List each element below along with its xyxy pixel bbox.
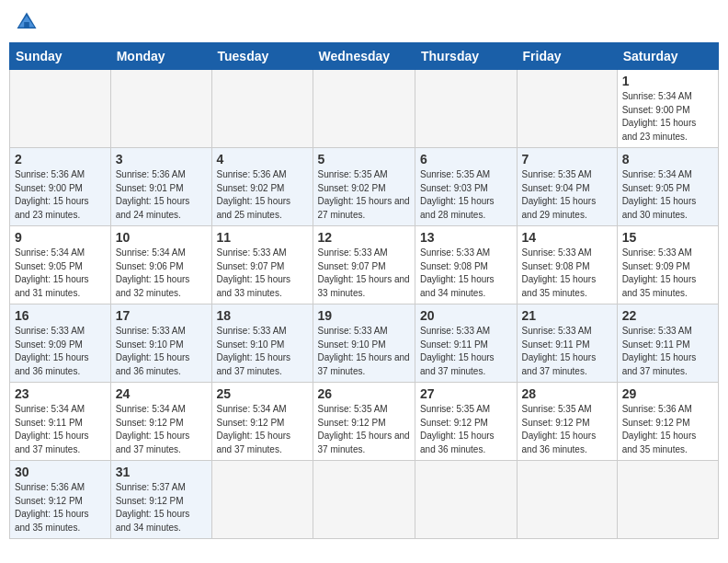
- calendar-cell: 20Sunrise: 5:33 AMSunset: 9:11 PMDayligh…: [415, 304, 518, 383]
- day-info: Sunrise: 5:36 AMSunset: 9:01 PMDaylight:…: [116, 168, 207, 222]
- day-number: 19: [318, 308, 410, 323]
- day-info: Sunrise: 5:33 AMSunset: 9:10 PMDaylight:…: [318, 325, 410, 378]
- calendar-header-monday: Monday: [110, 43, 211, 70]
- day-info: Sunrise: 5:33 AMSunset: 9:08 PMDaylight:…: [420, 247, 512, 300]
- day-info: Sunrise: 5:35 AMSunset: 9:03 PMDaylight:…: [420, 168, 512, 222]
- calendar-cell: [415, 70, 518, 148]
- day-number: 23: [15, 386, 106, 401]
- day-info: Sunrise: 5:35 AMSunset: 9:12 PMDaylight:…: [522, 403, 612, 456]
- calendar-cell: [110, 70, 211, 148]
- calendar-cell: 30Sunrise: 5:36 AMSunset: 9:12 PMDayligh…: [10, 461, 111, 539]
- day-number: 3: [116, 152, 207, 167]
- calendar-week-6: 30Sunrise: 5:36 AMSunset: 9:12 PMDayligh…: [10, 461, 719, 539]
- calendar-cell: [517, 70, 617, 148]
- day-number: 5: [318, 152, 410, 167]
- calendar-cell: 23Sunrise: 5:34 AMSunset: 9:11 PMDayligh…: [10, 383, 111, 461]
- calendar-cell: 19Sunrise: 5:33 AMSunset: 9:10 PMDayligh…: [313, 304, 415, 383]
- calendar-cell: 11Sunrise: 5:33 AMSunset: 9:07 PMDayligh…: [211, 226, 313, 304]
- calendar-cell: 8Sunrise: 5:34 AMSunset: 9:05 PMDaylight…: [617, 148, 718, 226]
- day-info: Sunrise: 5:35 AMSunset: 9:04 PMDaylight:…: [522, 168, 612, 222]
- calendar-header-saturday: Saturday: [617, 43, 718, 70]
- page-header: [9, 9, 719, 35]
- day-info: Sunrise: 5:35 AMSunset: 9:02 PMDaylight:…: [318, 168, 410, 222]
- calendar-cell: 21Sunrise: 5:33 AMSunset: 9:11 PMDayligh…: [517, 304, 617, 383]
- day-info: Sunrise: 5:33 AMSunset: 9:07 PMDaylight:…: [217, 247, 308, 300]
- calendar-week-1: 1Sunrise: 5:34 AMSunset: 9:00 PMDaylight…: [10, 70, 719, 148]
- day-info: Sunrise: 5:36 AMSunset: 9:00 PMDaylight:…: [15, 168, 106, 222]
- day-info: Sunrise: 5:33 AMSunset: 9:11 PMDaylight:…: [522, 325, 612, 378]
- day-info: Sunrise: 5:34 AMSunset: 9:00 PMDaylight:…: [622, 90, 713, 144]
- calendar-header-friday: Friday: [517, 43, 617, 70]
- day-info: Sunrise: 5:34 AMSunset: 9:05 PMDaylight:…: [622, 168, 713, 222]
- calendar-week-5: 23Sunrise: 5:34 AMSunset: 9:11 PMDayligh…: [10, 383, 719, 461]
- calendar-cell: 15Sunrise: 5:33 AMSunset: 9:09 PMDayligh…: [617, 226, 718, 304]
- day-info: Sunrise: 5:34 AMSunset: 9:12 PMDaylight:…: [116, 403, 207, 456]
- day-number: 12: [318, 230, 410, 245]
- day-info: Sunrise: 5:37 AMSunset: 9:12 PMDaylight:…: [116, 481, 207, 534]
- calendar-cell: 29Sunrise: 5:36 AMSunset: 9:12 PMDayligh…: [617, 383, 718, 461]
- calendar-cell: 12Sunrise: 5:33 AMSunset: 9:07 PMDayligh…: [313, 226, 415, 304]
- day-number: 27: [420, 386, 512, 401]
- day-info: Sunrise: 5:34 AMSunset: 9:06 PMDaylight:…: [116, 247, 207, 300]
- day-number: 29: [622, 386, 713, 401]
- day-info: Sunrise: 5:33 AMSunset: 9:09 PMDaylight:…: [15, 325, 106, 378]
- day-number: 15: [622, 230, 713, 245]
- logo-icon: [14, 9, 40, 35]
- day-info: Sunrise: 5:33 AMSunset: 9:11 PMDaylight:…: [420, 325, 512, 378]
- calendar-table: SundayMondayTuesdayWednesdayThursdayFrid…: [9, 42, 719, 539]
- day-number: 31: [116, 465, 207, 479]
- calendar-cell: 18Sunrise: 5:33 AMSunset: 9:10 PMDayligh…: [211, 304, 313, 383]
- calendar-cell: [617, 461, 718, 539]
- day-info: Sunrise: 5:35 AMSunset: 9:12 PMDaylight:…: [318, 403, 410, 456]
- day-number: 20: [420, 308, 512, 323]
- day-number: 25: [217, 386, 308, 401]
- day-number: 22: [622, 308, 713, 323]
- calendar-cell: [211, 461, 313, 539]
- day-number: 1: [622, 74, 713, 88]
- day-number: 18: [217, 308, 308, 323]
- day-number: 10: [116, 230, 207, 245]
- calendar-cell: 14Sunrise: 5:33 AMSunset: 9:08 PMDayligh…: [517, 226, 617, 304]
- calendar-cell: [313, 461, 415, 539]
- calendar-week-4: 16Sunrise: 5:33 AMSunset: 9:09 PMDayligh…: [10, 304, 719, 383]
- calendar-cell: 7Sunrise: 5:35 AMSunset: 9:04 PMDaylight…: [517, 148, 617, 226]
- calendar-header-thursday: Thursday: [415, 43, 518, 70]
- day-number: 26: [318, 386, 410, 401]
- day-number: 7: [522, 152, 612, 167]
- calendar-cell: 16Sunrise: 5:33 AMSunset: 9:09 PMDayligh…: [10, 304, 111, 383]
- day-info: Sunrise: 5:33 AMSunset: 9:08 PMDaylight:…: [522, 247, 612, 300]
- day-number: 11: [217, 230, 308, 245]
- day-number: 2: [15, 152, 106, 167]
- calendar-cell: 3Sunrise: 5:36 AMSunset: 9:01 PMDaylight…: [110, 148, 211, 226]
- day-number: 16: [15, 308, 106, 323]
- calendar-cell: [10, 70, 111, 148]
- day-info: Sunrise: 5:36 AMSunset: 9:02 PMDaylight:…: [217, 168, 308, 222]
- calendar-header-wednesday: Wednesday: [313, 43, 415, 70]
- day-info: Sunrise: 5:33 AMSunset: 9:10 PMDaylight:…: [116, 325, 207, 378]
- calendar-cell: [211, 70, 313, 148]
- calendar-cell: 6Sunrise: 5:35 AMSunset: 9:03 PMDaylight…: [415, 148, 518, 226]
- calendar-header-tuesday: Tuesday: [211, 43, 313, 70]
- calendar-cell: 22Sunrise: 5:33 AMSunset: 9:11 PMDayligh…: [617, 304, 718, 383]
- day-info: Sunrise: 5:35 AMSunset: 9:12 PMDaylight:…: [420, 403, 512, 456]
- calendar-cell: 31Sunrise: 5:37 AMSunset: 9:12 PMDayligh…: [110, 461, 211, 539]
- day-info: Sunrise: 5:33 AMSunset: 9:10 PMDaylight:…: [217, 325, 308, 378]
- day-number: 13: [420, 230, 512, 245]
- calendar-cell: 2Sunrise: 5:36 AMSunset: 9:00 PMDaylight…: [10, 148, 111, 226]
- day-number: 17: [116, 308, 207, 323]
- logo: [14, 9, 44, 35]
- calendar-header-row: SundayMondayTuesdayWednesdayThursdayFrid…: [10, 43, 719, 70]
- calendar-week-3: 9Sunrise: 5:34 AMSunset: 9:05 PMDaylight…: [10, 226, 719, 304]
- day-number: 24: [116, 386, 207, 401]
- calendar-cell: [415, 461, 518, 539]
- calendar-cell: 1Sunrise: 5:34 AMSunset: 9:00 PMDaylight…: [617, 70, 718, 148]
- svg-rect-2: [24, 22, 29, 29]
- day-info: Sunrise: 5:34 AMSunset: 9:11 PMDaylight:…: [15, 403, 106, 456]
- calendar-cell: 4Sunrise: 5:36 AMSunset: 9:02 PMDaylight…: [211, 148, 313, 226]
- calendar-cell: 27Sunrise: 5:35 AMSunset: 9:12 PMDayligh…: [415, 383, 518, 461]
- day-number: 4: [217, 152, 308, 167]
- calendar-cell: 9Sunrise: 5:34 AMSunset: 9:05 PMDaylight…: [10, 226, 111, 304]
- calendar-cell: [517, 461, 617, 539]
- day-number: 30: [15, 465, 106, 479]
- day-number: 14: [522, 230, 612, 245]
